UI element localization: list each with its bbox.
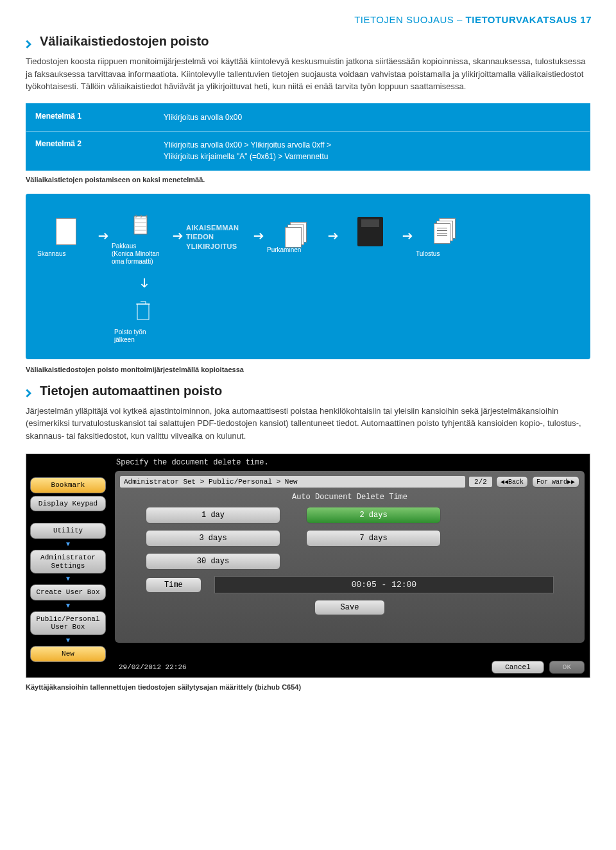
down-arrow-icon: ▼: [26, 575, 110, 582]
method2-label: Menetelmä 2: [26, 132, 155, 170]
method-row-2: Menetelmä 2 Ylikirjoitus arvolla 0x00 > …: [26, 131, 590, 170]
arrow-right-icon: [172, 230, 184, 244]
chevron-icon: [26, 37, 35, 46]
timestamp: 29/02/2012 22:26: [115, 663, 486, 671]
time-button[interactable]: Time: [146, 577, 201, 593]
forward-button[interactable]: For ward▶▶: [532, 476, 579, 488]
down-arrow-icon: ▼: [26, 541, 110, 548]
cancel-button[interactable]: Cancel: [492, 661, 544, 674]
method2-desc: Ylikirjoitus arvolla 0x00 > Ylikirjoitus…: [155, 132, 590, 170]
document-icon: [56, 218, 76, 245]
methods-caption: Väliaikaistietojen poistamiseen on kaksi…: [26, 176, 590, 183]
header-light: TIETOJEN SUOJAUS –: [354, 14, 465, 25]
side-create-box-button[interactable]: Create User Box: [30, 584, 106, 600]
side-admin-button[interactable]: Administrator Settings: [30, 550, 106, 574]
device-screen: Bookmark Display Keypad Utility ▼ Admini…: [26, 454, 590, 678]
flow-unpack: Purkaminen: [267, 221, 325, 254]
arrow-right-icon: [253, 230, 264, 244]
section-body-1: Tiedostojen koosta riippuen monitoimijär…: [26, 55, 590, 93]
save-button[interactable]: Save: [314, 600, 386, 615]
page-indicator: 2/2: [469, 477, 492, 487]
down-arrow-icon: ▼: [26, 637, 110, 644]
side-nav: Bookmark Display Keypad Utility ▼ Admini…: [26, 454, 110, 677]
panel-subtitle: Auto Document Delete Time: [120, 493, 579, 502]
arrow-down-icon: [136, 277, 150, 289]
header-bold: TIETOTURVAKATSAUS: [466, 14, 578, 25]
page-header: TIETOJEN SUOJAUS – TIETOTURVAKATSAUS 17: [0, 0, 616, 25]
flow-caption: Väliaikaistiedostojen poisto monitoimijä…: [26, 366, 590, 373]
methods-table: Menetelmä 1 Ylikirjoitus arvolla 0x00 Me…: [26, 103, 590, 171]
side-new-button[interactable]: New: [30, 646, 106, 662]
option-2days[interactable]: 2 days: [306, 507, 441, 523]
flow-printer: [341, 217, 399, 258]
ok-button[interactable]: OK: [549, 661, 585, 674]
flow-delete: Poisto työn jälkeen: [114, 295, 172, 344]
flow-overwrite: AIKAISEMMAN TIEDON YLIKIRJOITUS: [186, 223, 250, 251]
flow-scan: Skannaus: [37, 217, 95, 258]
binder-icon: [126, 209, 155, 239]
section-title-auto-delete: Tietojen automaattinen poisto: [26, 384, 590, 398]
page-number: 17: [580, 14, 592, 25]
side-keypad-button[interactable]: Display Keypad: [30, 496, 106, 512]
device-title: Specify the document delete time.: [110, 454, 590, 471]
section-title-temp-delete: Väliaikaistiedostojen poisto: [26, 34, 590, 49]
device-panel: Administrator Set > Public/Personal > Ne…: [115, 471, 585, 643]
down-arrow-icon: ▼: [26, 602, 110, 609]
section-body-2: Järjestelmän ylläpitäjä voi kytkeä ajast…: [26, 405, 590, 443]
arrow-right-icon: [327, 230, 339, 244]
chevron-icon: [26, 386, 35, 395]
arrow-right-icon: [402, 230, 413, 244]
option-1day[interactable]: 1 day: [146, 507, 280, 523]
trash-icon: [128, 295, 158, 325]
method-row-1: Menetelmä 1 Ylikirjoitus arvolla 0x00: [26, 104, 590, 131]
pages-icon: [284, 222, 308, 249]
flow-diagram: Skannaus Pakkaus (Konica Minoltan oma fo…: [26, 194, 590, 359]
printer-icon: [357, 217, 383, 246]
printed-pages-icon: [432, 218, 457, 245]
svg-rect-1: [137, 304, 149, 319]
time-field[interactable]: 00:05 - 12:00: [214, 576, 554, 593]
side-public-personal-button[interactable]: Public/Personal User Box: [30, 611, 106, 635]
option-7days[interactable]: 7 days: [306, 530, 441, 547]
side-bookmark-button[interactable]: Bookmark: [30, 477, 106, 493]
method1-label: Menetelmä 1: [26, 104, 155, 131]
back-button[interactable]: ◀◀Back: [496, 476, 528, 488]
method1-desc: Ylikirjoitus arvolla 0x00: [155, 104, 590, 131]
breadcrumb: Administrator Set > Public/Personal > Ne…: [120, 476, 465, 488]
option-30days[interactable]: 30 days: [146, 553, 280, 570]
device-caption: Käyttäjäkansioihin tallennettujen tiedos…: [0, 678, 616, 691]
flow-print: Tulostus: [416, 217, 474, 258]
side-utility-button[interactable]: Utility: [30, 523, 106, 539]
flow-pack: Pakkaus (Konica Minoltan oma formaatti): [112, 209, 169, 266]
arrow-right-icon: [98, 230, 109, 244]
option-3days[interactable]: 3 days: [146, 530, 280, 547]
